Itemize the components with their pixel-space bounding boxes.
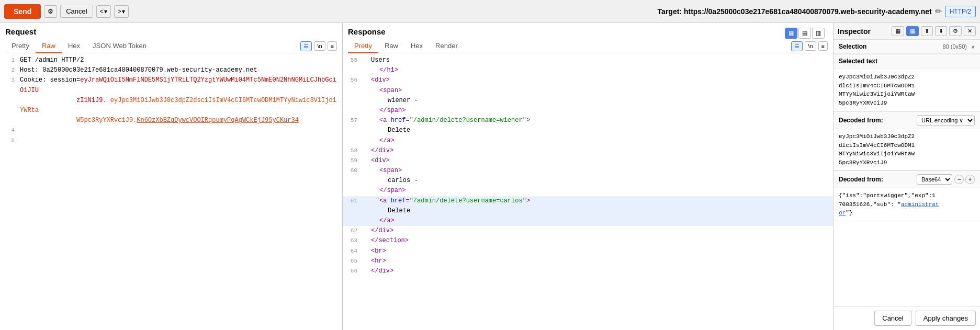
selected-text-content: eyJpc3MiOiJwb3J0c3dpZ2dlciIsImV4cCI6MTcw… [833, 69, 980, 111]
table-row: 63 </section> [343, 236, 833, 246]
view-btn-list[interactable]: ▤ [798, 28, 811, 39]
response-header: Response ▦ ▤ ▥ Pretty Raw Hex Render ☰ \… [343, 23, 833, 53]
decoded-base64-label: Decoded from: [839, 176, 917, 183]
gear-icon: ⚙ [48, 8, 53, 15]
table-row: <span> [343, 86, 833, 96]
table-row: wiener - [343, 96, 833, 106]
tab-render-response[interactable]: Render [429, 39, 464, 53]
response-menu-btn[interactable]: ≡ [818, 41, 828, 51]
nav-fwd-button[interactable]: > ▾ [114, 5, 129, 18]
table-row: </span> [343, 106, 833, 116]
selected-text-value: eyJpc3MiOiJwb3J0c3dpZ2dlciIsImV4cCI6MTcw… [839, 74, 915, 106]
decoded-base64-header: Decoded from: Base64 − + [833, 170, 980, 188]
decoded-url-header: Decoded from: URL encoding ∨ [833, 112, 980, 129]
send-button[interactable]: Send [4, 4, 41, 19]
view-btn-panel[interactable]: ▥ [812, 28, 825, 39]
response-tab-actions: ☰ \n ≡ [791, 41, 828, 51]
inspector-cancel-button[interactable]: Cancel [874, 311, 911, 326]
table-row: 3 Cookie: session=eyJraWQiOiI5NmFlNDE5MS… [0, 75, 342, 126]
inspector-title: Inspector [838, 27, 892, 36]
response-newline-btn[interactable]: \n [805, 41, 816, 51]
inspector-close-btn[interactable]: ✕ [964, 26, 976, 36]
decoded-url-label: Decoded from: [839, 117, 917, 124]
table-row: 57 <a href="/admin/delete?username=wiene… [343, 116, 833, 126]
inspector-view-btn1[interactable]: ▦ [892, 26, 904, 36]
tab-raw-response[interactable]: Raw [378, 39, 404, 53]
tab-hex-request[interactable]: Hex [62, 39, 86, 53]
table-row: 2 Host: 0a25000c03e217e681ca480400870079… [0, 65, 342, 75]
base64-plus-btn[interactable]: + [965, 175, 975, 184]
table-row: </span> [343, 186, 833, 196]
decoded-base64-dropdown[interactable]: Base64 [917, 174, 952, 185]
tab-pretty-response[interactable]: Pretty [348, 39, 378, 53]
decoded-base64-content: {"iss":"portswigger","exp":1708351626,"s… [833, 188, 980, 221]
response-title: Response [348, 27, 386, 36]
request-panel: Request Pretty Raw Hex JSON Web Token ☰ … [0, 23, 343, 330]
table-row: 61 <a href="/admin/delete?username=carlo… [343, 196, 833, 206]
selection-badge: 80 (0x50) [943, 43, 967, 50]
response-panel: Response ▦ ▤ ▥ Pretty Raw Hex Render ☰ \… [343, 23, 833, 330]
table-row: 65 <hr> [343, 256, 833, 266]
tab-raw-request[interactable]: Raw [36, 39, 62, 53]
cancel-button[interactable]: Cancel [60, 5, 93, 18]
selection-header: Selection 80 (0x50) ∧ [833, 40, 980, 54]
inspector-selection-section: Selection 80 (0x50) ∧ [833, 40, 980, 54]
apply-changes-button[interactable]: Apply changes [916, 311, 976, 326]
request-tabs: Pretty Raw Hex JSON Web Token ☰ \n ≡ [5, 39, 337, 53]
table-row: 56 <div> [343, 75, 833, 85]
selected-text-title: Selected text [839, 58, 975, 65]
table-row: 66 </div> [343, 266, 833, 276]
inspector-sort-desc-btn[interactable]: ⬇ [935, 26, 947, 36]
inspector-body: Selection 80 (0x50) ∧ Selected text eyJp… [833, 40, 980, 306]
selected-text-section: Selected text eyJpc3MiOiJwb3J0c3dpZ2dlci… [833, 54, 980, 112]
tab-hex-response[interactable]: Hex [404, 39, 429, 53]
table-row: </a> [343, 136, 833, 146]
table-row: </a> [343, 216, 833, 226]
table-row: 62 </div> [343, 226, 833, 236]
response-format-btn[interactable]: ☰ [791, 41, 803, 51]
tab-jwt-request[interactable]: JSON Web Token [86, 39, 153, 53]
edit-target-button[interactable]: ✏ [935, 6, 942, 16]
response-view-buttons: ▦ ▤ ▥ [785, 28, 825, 39]
http-version-badge: HTTP/2 [945, 6, 976, 17]
request-header: Request Pretty Raw Hex JSON Web Token ☰ … [0, 23, 342, 53]
dropdown-arrow-icon2: ▾ [122, 8, 125, 15]
request-code-area[interactable]: 1 GET /admin HTTP/2 2 Host: 0a25000c03e2… [0, 53, 342, 330]
request-menu-btn[interactable]: ≡ [328, 41, 337, 51]
selection-title: Selection [839, 43, 943, 50]
request-title: Request [5, 27, 337, 36]
settings-button[interactable]: ⚙ [44, 5, 57, 18]
dropdown-arrow-icon: ▾ [104, 8, 107, 15]
pencil-icon: ✏ [935, 7, 942, 16]
decoded-url-content: eyJpc3MiOiJwb3J0c3dpZ2dlciIsImV4cCI6MTcw… [833, 129, 980, 170]
decoded-base64-value: {"iss":"portswigger","exp":1708351626,"s… [839, 192, 939, 216]
request-newline-btn[interactable]: \n [314, 41, 325, 51]
inspector-view-btn2[interactable]: ▦ [906, 26, 919, 36]
selection-chevron-icon[interactable]: ∧ [971, 44, 975, 50]
inspector-settings-btn[interactable]: ⚙ [949, 26, 962, 36]
selected-text-header: Selected text [833, 54, 980, 69]
table-row: 55 Users [343, 55, 833, 65]
table-row: 5 [0, 136, 342, 146]
inspector-header: Inspector ▦ ▦ ⬆ ⬇ ⚙ ✕ [833, 23, 980, 40]
table-row: </h1> [343, 65, 833, 75]
chevron-left-icon: < [100, 8, 104, 15]
inspector-footer: Cancel Apply changes [833, 306, 980, 330]
chevron-right-icon: > [118, 8, 121, 15]
table-row: 4 [0, 126, 342, 135]
decoded-url-value: eyJpc3MiOiJwb3J0c3dpZ2dlciIsImV4cCI6MTcw… [839, 133, 915, 166]
table-row: 58 </div> [343, 146, 833, 156]
table-row: 1 GET /admin HTTP/2 [0, 55, 342, 65]
decoded-base64-section: Decoded from: Base64 − + {"iss":"portswi… [833, 170, 980, 221]
decoded-url-dropdown[interactable]: URL encoding ∨ [917, 115, 975, 126]
nav-back-button[interactable]: < ▾ [96, 5, 111, 18]
table-row: carlos - [343, 176, 833, 186]
inspector-sort-asc-btn[interactable]: ⬆ [921, 26, 933, 36]
view-btn-grid[interactable]: ▦ [785, 28, 797, 39]
base64-minus-btn[interactable]: − [954, 175, 964, 184]
main-content: Request Pretty Raw Hex JSON Web Token ☰ … [0, 23, 980, 330]
target-label: Target: https://0a25000c03e217e681ca4804… [658, 7, 932, 16]
request-format-btn[interactable]: ☰ [300, 41, 312, 51]
response-code-area[interactable]: 55 Users </h1> 56 <div> <span> wiener - [343, 53, 833, 330]
tab-pretty-request[interactable]: Pretty [5, 39, 36, 53]
